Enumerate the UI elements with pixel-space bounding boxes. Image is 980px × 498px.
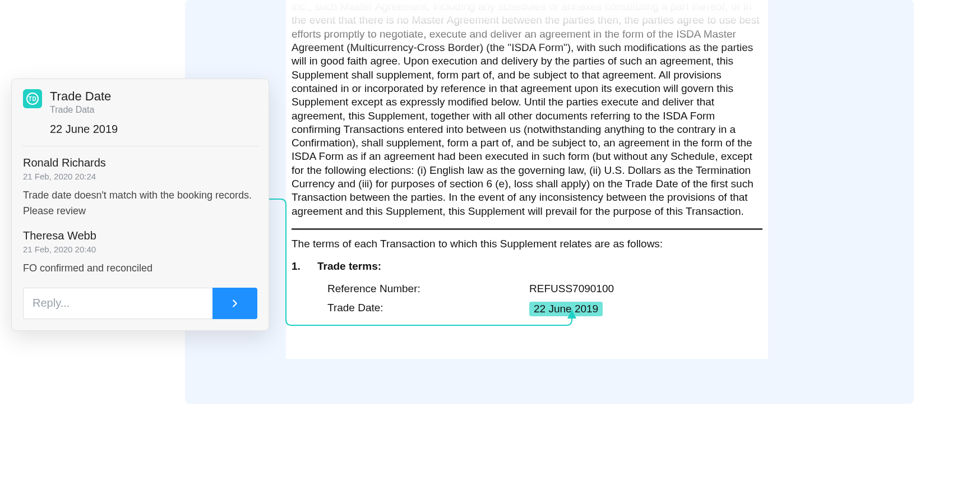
trade-data-badge-icon: TD (23, 89, 42, 108)
table-row: Reference Number: REFUSS7090100 (327, 279, 762, 298)
section-row: 1. Trade terms: (292, 260, 762, 273)
card-titles: Trade Date Trade Data (50, 89, 111, 115)
section-number: 1. (292, 260, 317, 273)
reply-input[interactable] (23, 288, 212, 319)
card-title: Trade Date (50, 89, 111, 104)
send-button[interactable] (212, 288, 257, 319)
comment-author: Ronald Richards (23, 156, 257, 169)
annotation-card: TD Trade Date Trade Data 22 June 2019 Ro… (11, 79, 269, 331)
table-value: REFUSS7090100 (529, 283, 614, 295)
comment-author: Theresa Webb (23, 229, 257, 242)
badge-ring: TD (26, 93, 39, 105)
comment: Ronald Richards 21 Feb, 2020 20:24 Trade… (12, 146, 269, 219)
comment-body: FO confirmed and reconciled (23, 261, 257, 276)
chevron-right-icon (229, 297, 241, 310)
comment-timestamp: 21 Feb, 2020 20:24 (23, 172, 257, 181)
card-field-value: 22 June 2019 (12, 115, 269, 146)
comment-timestamp: 21 Feb, 2020 20:40 (23, 245, 257, 254)
table-row: Trade Date: 22 June 2019 (327, 298, 762, 320)
table-label: Reference Number: (327, 283, 529, 295)
document-divider (292, 228, 762, 230)
document-paragraph: Inc., such Master Agreement, including a… (292, 0, 762, 218)
card-header: TD Trade Date Trade Data (12, 79, 269, 115)
highlight-trade-date: 22 June 2019 (529, 302, 603, 316)
comment-body: Trade date doesn't match with the bookin… (23, 188, 257, 219)
reply-row (12, 276, 269, 330)
section-heading: Trade terms: (317, 260, 381, 273)
table-value-highlighted: 22 June 2019 (529, 302, 603, 316)
card-subtitle: Trade Data (50, 105, 111, 115)
comment: Theresa Webb 21 Feb, 2020 20:40 FO confi… (12, 219, 269, 276)
table-label: Trade Date: (327, 302, 529, 316)
terms-intro: The terms of each Transaction to which t… (292, 238, 762, 250)
trade-terms-table: Reference Number: REFUSS7090100 Trade Da… (327, 279, 762, 320)
document-viewer: Inc., such Master Agreement, including a… (286, 0, 768, 359)
